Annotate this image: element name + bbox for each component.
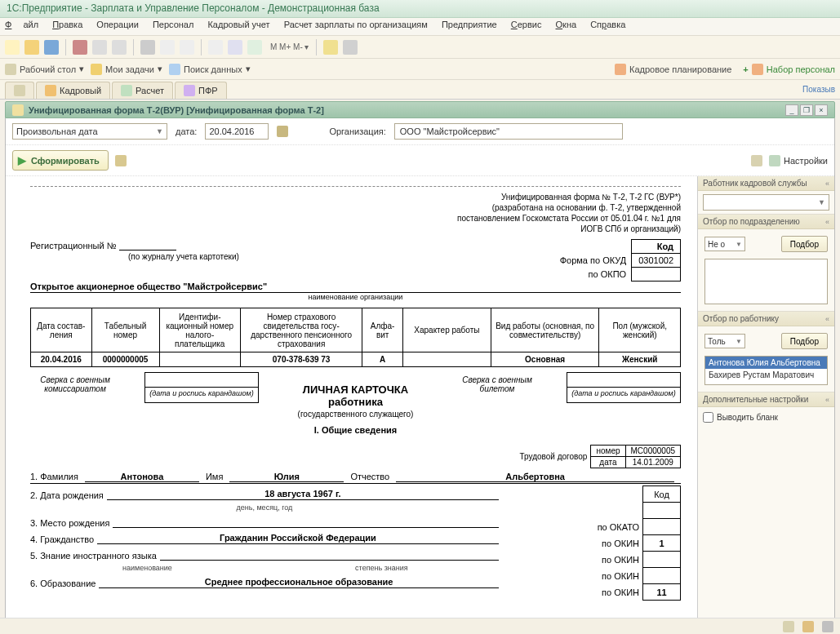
tab-2[interactable]: Кадровый [36, 82, 110, 99]
dept-podbor-button[interactable]: Подбор [781, 236, 828, 252]
doc-title: Унифицированная форма Т-2(ВУР) [Унифицир… [29, 105, 324, 115]
report-pane[interactable]: Унифицированная форма № Т-2, Т-2 ГС (ВУР… [6, 176, 697, 620]
save-icon[interactable] [44, 40, 59, 55]
blank-label: Выводить бланк [717, 413, 778, 422]
menu-ent[interactable]: Предприятие [442, 20, 497, 29]
nav-tasks[interactable]: Мои задачи ▾ [91, 64, 162, 75]
calendar-icon[interactable] [277, 126, 288, 137]
cal-icon[interactable] [247, 40, 262, 55]
row-lang: 5. Знание иностранного языка [30, 549, 499, 561]
menubar: Файл Правка Операции Персонал Кадровый у… [0, 18, 840, 36]
nav-desktop[interactable]: Рабочий стол ▾ [5, 64, 84, 75]
menu-ops[interactable]: Операции [96, 20, 138, 29]
tab-3[interactable]: Расчет [112, 82, 173, 99]
redo-icon[interactable] [180, 40, 194, 55]
row-birthplace: 3. Место рождения [30, 517, 499, 528]
side-addl-header[interactable]: Дополнительные настройки« [698, 392, 834, 407]
restore-button[interactable]: ❐ [800, 104, 813, 116]
statusbar [0, 618, 840, 634]
blank-checkbox-row[interactable]: Выводить бланк [698, 407, 834, 428]
plan-icon [615, 64, 626, 75]
new-icon[interactable] [5, 40, 20, 55]
emp-mode-combo[interactable]: Толь▼ [704, 334, 745, 348]
side-panel: Работник кадровой службы« ▼ Отбор по под… [697, 176, 834, 620]
form-note: Унифицированная форма № Т-2, Т-2 ГС (ВУР… [30, 192, 681, 234]
org-name-sub: наименование организации [30, 293, 681, 301]
row-edu: 6. ОбразованиеСреднее профессиональное о… [30, 577, 499, 588]
row-lang-sub: наименованиестепень знания [30, 564, 499, 572]
menu-win[interactable]: Окна [556, 20, 577, 29]
menu-file[interactable]: Файл [5, 20, 38, 29]
zoom-label: М М+ М- ▾ [270, 42, 309, 51]
org-label: Организация: [329, 126, 385, 136]
blank-checkbox[interactable] [703, 412, 713, 423]
menu-calc[interactable]: Расчет зарплаты по организациям [284, 20, 428, 29]
nav-search[interactable]: Поиск данных ▾ [169, 64, 251, 75]
desktop-icon [5, 64, 16, 75]
hr-worker-combo[interactable]: ▼ [703, 194, 829, 211]
list-item[interactable]: Антонова Юлия Альбертовна [705, 357, 827, 369]
menu-edit[interactable]: Правка [52, 20, 82, 29]
tasks-icon [91, 64, 102, 75]
play-icon: ▶ [18, 154, 26, 166]
row-citizen: 4. ГражданствоГражданин Российской Федер… [30, 533, 499, 544]
status-icon-2[interactable] [802, 621, 814, 632]
copy-icon[interactable] [92, 40, 107, 55]
nav-plan[interactable]: Кадровое планирование [615, 64, 731, 75]
cut-icon[interactable] [73, 40, 87, 55]
status-icon-3[interactable] [822, 621, 833, 632]
verify-row: Сверка с воен­ным комиссари­атом (дата и… [30, 372, 681, 420]
emp-podbor-button[interactable]: Подбор [781, 333, 828, 349]
search-icon [169, 64, 180, 75]
wrench-icon[interactable] [343, 40, 358, 55]
emp-listbox[interactable]: Антонова Юлия Альбертовна Бахирев Рустам… [704, 356, 828, 385]
menu-kadr[interactable]: Кадровый учет [207, 20, 269, 29]
doc-body: Произвольная дата▼ дата: 20.04.2016 Орга… [5, 118, 835, 621]
close-button[interactable]: × [815, 104, 828, 116]
open-icon[interactable] [24, 40, 39, 55]
tab-4[interactable]: ПФР [175, 82, 227, 99]
undo-icon[interactable] [160, 40, 175, 55]
org-name: Открытое акционерное общество "Майстройс… [30, 282, 681, 293]
calc-icon[interactable] [228, 40, 242, 55]
okin-block: Код по ОКАТО по ОКИН1 по ОКИН по ОКИН по… [598, 485, 681, 601]
section-1: I. Общие сведения [30, 425, 681, 435]
hint-link[interactable]: Показыв [802, 82, 835, 99]
dept-mode-combo[interactable]: Не о▼ [704, 237, 745, 251]
find-icon[interactable] [208, 40, 223, 55]
row-dob: 2. Дата рождения18 августа 1967 г. [30, 489, 499, 500]
main-toolbar: М М+ М- ▾ [0, 36, 840, 59]
app-titlebar: 1С:Предприятие - Зарплата и Управление П… [0, 0, 840, 18]
menu-help[interactable]: Справка [590, 20, 625, 29]
fio-row: 1. ФамилияАнтонова ИмяЮлия ОтчествоАльбе… [30, 472, 681, 484]
tab1-icon [14, 85, 25, 96]
menu-pers[interactable]: Персонал [153, 20, 194, 29]
tab2-icon [45, 85, 56, 96]
minimize-button[interactable]: _ [785, 104, 798, 116]
date-label: дата: [176, 126, 197, 136]
menu-svc[interactable]: Сервис [511, 20, 542, 29]
nav-recruit[interactable]: +Набор персонал [743, 64, 835, 75]
tab4-icon [184, 85, 195, 96]
period-combo[interactable]: Произвольная дата▼ [12, 123, 167, 140]
refresh-icon[interactable] [115, 155, 127, 166]
side-hr-header[interactable]: Работник кадровой службы« [698, 176, 834, 191]
print-icon[interactable] [140, 40, 155, 55]
side-dept-header[interactable]: Отбор по подразделению« [698, 215, 834, 229]
tab-1[interactable] [5, 82, 34, 99]
help-icon[interactable] [323, 40, 338, 55]
doc-titlebar: Унифицированная форма Т-2(ВУР) [Унифицир… [5, 101, 835, 118]
list-item[interactable]: Бахирев Рустам Маратович [705, 369, 827, 381]
grid-icon[interactable] [751, 155, 762, 166]
org-field[interactable]: ООО "Майстройсервис" [394, 123, 623, 140]
content-area: Унифицированная форма № Т-2, Т-2 ГС (ВУР… [6, 176, 834, 620]
settings-link[interactable]: Настройки [769, 155, 828, 166]
date-field[interactable]: 20.04.2016 [205, 123, 269, 140]
contract-block: Трудовой договорномерМС0000005 дата14.01… [515, 445, 681, 468]
status-icon-1[interactable] [783, 621, 794, 632]
form-button[interactable]: ▶ Сформировать [12, 150, 109, 171]
code-block: Код Форма по ОКУД0301002 по ОКПО [553, 239, 681, 282]
paste-icon[interactable] [112, 40, 127, 55]
side-emp-header[interactable]: Отбор по работнику« [698, 312, 834, 326]
dept-listbox[interactable] [704, 259, 828, 304]
